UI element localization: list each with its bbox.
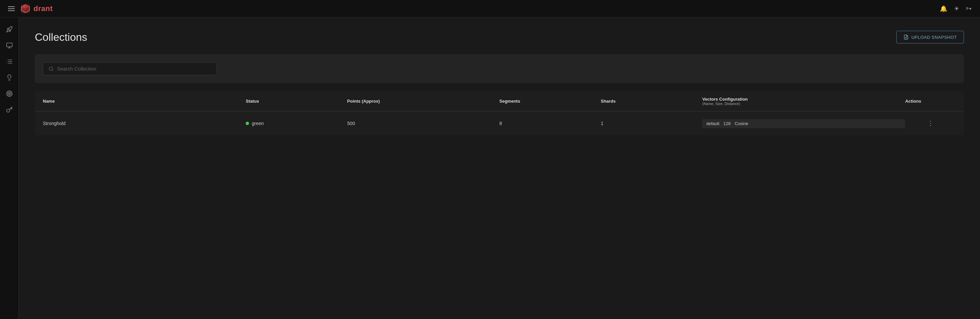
cell-vectors-config: default 128 Cosine [702,119,905,128]
logo-icon [20,3,31,14]
page-title: Collections [35,31,88,43]
page-header: Collections UPLOAD SNAPSHOT [35,31,964,43]
upload-snapshot-label: UPLOAD SNAPSHOT [912,35,957,40]
notification-icon[interactable]: 🔔 [940,5,947,13]
sidebar-item-key[interactable] [3,103,16,116]
col-segments-header: Segments [500,97,601,106]
api-key-icon[interactable]: 🗝 [966,5,972,12]
theme-toggle-icon[interactable]: ☀ [954,5,959,13]
col-name-header: Name [43,97,246,106]
upload-snapshot-button[interactable]: UPLOAD SNAPSHOT [896,31,964,43]
sidebar-item-bulb[interactable] [3,71,16,84]
table-row: Stronghold green 500 8 1 default 128 [35,111,964,135]
search-input-wrapper [43,62,217,75]
main-layout: Collections UPLOAD SNAPSHOT [0,17,980,319]
sidebar-item-target[interactable] [3,87,16,100]
col-actions-header: Actions [905,97,956,106]
sidebar-item-collections[interactable] [3,55,16,68]
logo-text: drant [33,4,53,13]
cell-segments: 8 [500,121,601,126]
sidebar [0,17,19,319]
search-container [35,54,964,83]
logo-area: drant [20,3,53,14]
top-header: drant 🔔 ☀ 🗝 [0,0,980,17]
col-shards-header: Shards [601,97,702,106]
vectors-size: 128 [723,121,731,126]
vectors-distance: Cosine [735,121,748,126]
hamburger-menu-button[interactable] [8,6,15,11]
search-icon [49,66,54,71]
cell-actions: ⋮ [905,118,956,129]
svg-point-19 [9,93,10,94]
search-input[interactable] [57,66,211,71]
col-points-header: Points (Approx) [347,97,500,106]
svg-rect-6 [6,43,12,47]
status-dot [246,122,249,125]
svg-line-23 [52,70,53,71]
content-area: Collections UPLOAD SNAPSHOT [19,17,980,319]
sidebar-item-monitor[interactable] [3,39,16,52]
cell-shards: 1 [601,121,702,126]
header-right: 🔔 ☀ 🗝 [940,5,972,13]
cell-status: green [246,121,347,126]
upload-icon [904,35,909,40]
vectors-name: default [706,121,719,126]
cell-name: Stronghold [43,121,246,126]
table-header-row: Name Status Points (Approx) Segments Sha… [35,91,964,111]
sidebar-item-rocket[interactable] [3,23,16,36]
collections-table: Name Status Points (Approx) Segments Sha… [35,91,964,135]
col-status-header: Status [246,97,347,106]
svg-point-17 [6,91,12,97]
cell-points: 500 [347,121,500,126]
more-actions-button[interactable]: ⋮ [925,118,936,129]
col-vectors-header: Vectors Configuration (Name, Size, Dista… [702,97,905,106]
header-left: drant [8,3,53,14]
svg-point-18 [8,92,11,95]
